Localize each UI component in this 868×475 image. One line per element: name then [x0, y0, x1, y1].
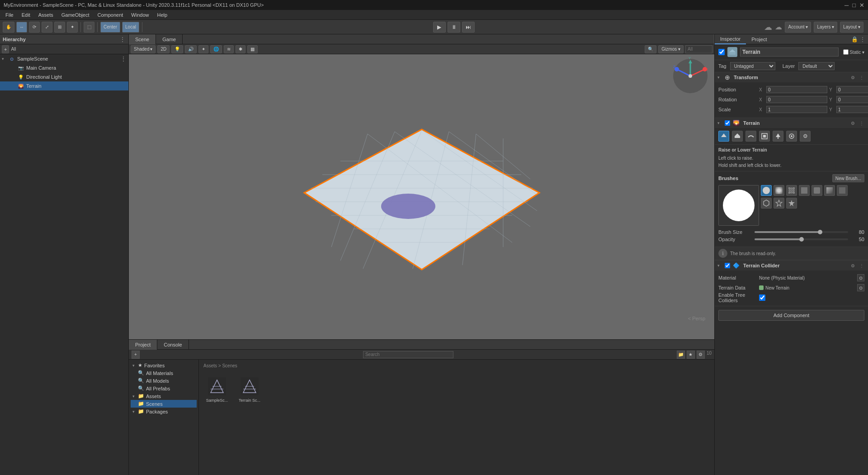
menu-assets[interactable]: Assets	[35, 11, 57, 19]
bottom-star-btn[interactable]: ★	[687, 351, 695, 359]
pivot-local-btn[interactable]: Local	[122, 22, 139, 33]
scene-skybox-btn[interactable]: 🌐	[210, 45, 222, 53]
terrain-paint-height-tool[interactable]	[732, 131, 743, 142]
terrain-paint-texture-tool[interactable]	[759, 131, 770, 142]
ftree-all-materials[interactable]: 🔍 All Materials	[131, 369, 197, 377]
tool-hand[interactable]: ✋	[3, 22, 14, 33]
close-btn[interactable]: ✕	[859, 2, 864, 9]
terrain-place-trees-tool[interactable]	[773, 131, 783, 142]
menu-help[interactable]: Help	[153, 11, 171, 19]
scene-fog-btn[interactable]: ≋	[224, 45, 234, 53]
brush-preview[interactable]	[718, 185, 759, 226]
terrain-paint-details-tool[interactable]	[786, 131, 797, 142]
terrain-comp-enable[interactable]	[725, 120, 730, 126]
tab-scene[interactable]: Scene	[129, 34, 156, 44]
scene-anim-btn[interactable]: ▦	[247, 45, 258, 53]
brush-smear-btn[interactable]	[824, 185, 835, 196]
scene-audio-btn[interactable]: 🔊	[185, 45, 197, 53]
hierarchy-add-btn[interactable]: +	[2, 45, 9, 53]
step-btn[interactable]: ⏭	[462, 22, 475, 33]
position-y-input[interactable]	[836, 86, 868, 93]
transform-header[interactable]: ▾ ⊕ Transform ⚙ ⋮	[715, 72, 868, 82]
brush-circle-btn[interactable]	[761, 185, 772, 196]
asset-samplescene[interactable]: SampleSc...	[203, 374, 231, 404]
tab-game[interactable]: Game	[156, 34, 183, 44]
terrain-collider-enable[interactable]	[725, 263, 730, 268]
brush-custom1-btn[interactable]	[837, 185, 848, 196]
collab-icon[interactable]: ☁	[764, 22, 772, 32]
collider-terraindata-pick-btn[interactable]: ⊙	[857, 284, 864, 291]
menu-window[interactable]: Window	[127, 11, 152, 19]
tool-custom[interactable]: ⬚	[84, 22, 94, 33]
terrain-comp-more-icon[interactable]: ⋮	[858, 119, 865, 127]
inspector-lock-icon[interactable]: 🔒	[851, 36, 858, 43]
scale-y-input[interactable]	[836, 106, 868, 113]
tab-project[interactable]: Project	[129, 340, 157, 350]
asset-terrain-scene[interactable]: Terrain Sc...	[235, 374, 264, 404]
transform-more-icon[interactable]: ⋮	[858, 74, 865, 81]
play-btn[interactable]: ▶	[433, 22, 446, 33]
menu-component[interactable]: Component	[94, 11, 127, 19]
brush-size-track[interactable]	[755, 231, 848, 233]
ftree-scenes[interactable]: 📁 Scenes	[131, 400, 197, 408]
scale-x-input[interactable]	[766, 106, 827, 113]
rotation-y-input[interactable]	[836, 96, 868, 103]
titlebar-controls[interactable]: ─ □ ✕	[844, 2, 864, 9]
scene-viewport[interactable]: Y X Z < Persp	[129, 54, 714, 339]
terrain-raise-tool[interactable]	[718, 131, 729, 142]
scene-flare-btn[interactable]: ✱	[236, 45, 245, 53]
terrain-collider-header[interactable]: ▾ 🔷 Terrain Collider ⚙ ⋮	[715, 261, 868, 271]
transform-settings-icon[interactable]: ⚙	[849, 74, 856, 81]
tab-inspector[interactable]: Inspector	[715, 34, 746, 44]
ftree-all-prefabs[interactable]: 🔍 All Prefabs	[131, 385, 197, 392]
static-checkbox[interactable]	[843, 49, 849, 55]
hierarchy-menu[interactable]: ⋮	[119, 36, 126, 43]
layer-dropdown[interactable]: Default	[798, 62, 835, 70]
render-2d-btn[interactable]: 2D	[157, 45, 170, 53]
tag-dropdown[interactable]: Untagged	[730, 62, 775, 70]
tool-move[interactable]: ↔	[16, 22, 27, 33]
persp-label[interactable]: < Persp	[688, 316, 705, 321]
bottom-folder-btn[interactable]: 📁	[677, 351, 685, 359]
terrain-smooth-tool[interactable]	[745, 131, 756, 142]
minimize-btn[interactable]: ─	[844, 2, 849, 9]
tool-rotate[interactable]: ⟳	[29, 22, 40, 33]
shading-mode-btn[interactable]: Shaded▾	[131, 45, 156, 53]
hierarchy-light-item[interactable]: 💡 Directional Light	[0, 72, 128, 81]
menu-gameobject[interactable]: GameObject	[58, 11, 93, 19]
maximize-btn[interactable]: □	[852, 2, 856, 9]
inspector-more-icon[interactable]: ⋮	[860, 36, 865, 43]
object-name-input[interactable]	[740, 48, 839, 57]
brush-dots-btn[interactable]	[786, 185, 797, 196]
terrain-collider-more-icon[interactable]: ⋮	[858, 262, 865, 269]
layers-btn[interactable]: Layers ▾	[814, 22, 837, 33]
opacity-thumb[interactable]	[799, 237, 804, 242]
position-x-input[interactable]	[766, 86, 827, 93]
menu-edit[interactable]: Edit	[18, 11, 34, 19]
account-btn[interactable]: Account ▾	[785, 22, 811, 33]
ftree-packages[interactable]: ▾ 📁 Packages	[131, 408, 197, 415]
gizmos-btn[interactable]: Gizmos ▾	[658, 45, 684, 53]
bottom-search-input[interactable]	[363, 351, 453, 358]
tab-console[interactable]: Console	[157, 340, 189, 350]
new-brush-btn[interactable]: New Brush...	[832, 174, 864, 182]
inspector-active-toggle[interactable]	[718, 49, 725, 55]
scene-search-input[interactable]	[685, 45, 712, 53]
rotation-x-input[interactable]	[766, 96, 827, 103]
ftree-assets[interactable]: ▾ 📁 Assets	[131, 392, 197, 400]
brush-noise-btn[interactable]	[799, 185, 810, 196]
brush-size-thumb[interactable]	[818, 230, 822, 234]
bottom-add-btn[interactable]: +	[132, 351, 140, 359]
hier-scene-menu[interactable]: ⋮	[120, 55, 127, 62]
pause-btn[interactable]: ⏸	[448, 22, 460, 33]
tool-transform[interactable]: ✦	[67, 22, 78, 33]
layout-btn[interactable]: Layout ▾	[840, 22, 863, 33]
tool-rect[interactable]: ⊞	[54, 22, 65, 33]
scene-search-btn[interactable]: 🔍	[645, 45, 656, 53]
scene-fx-btn[interactable]: ✦	[198, 45, 208, 53]
bottom-gear-btn[interactable]: ⚙	[697, 351, 705, 359]
brush-star2-btn[interactable]	[786, 198, 797, 209]
pivot-center-btn[interactable]: Center	[100, 22, 120, 33]
menu-file[interactable]: File	[2, 11, 17, 19]
hierarchy-scene-item[interactable]: ▾ ⊙ SampleScene ⋮	[0, 54, 128, 63]
